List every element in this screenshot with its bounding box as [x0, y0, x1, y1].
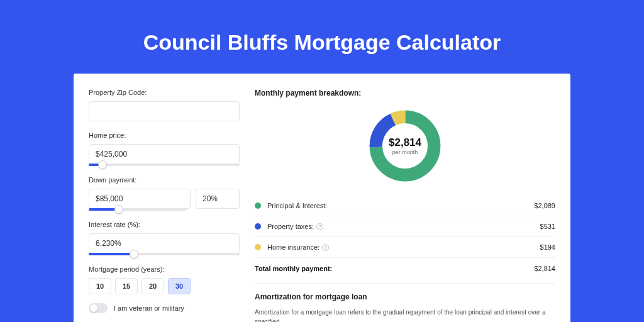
veteran-row: I am veteran or military — [89, 303, 240, 313]
zip-input[interactable] — [89, 101, 240, 121]
legend-row: Home insurance:?$194 — [255, 236, 555, 257]
slider-thumb[interactable] — [98, 160, 107, 169]
form-panel: Property Zip Code: Home price: Down paym… — [89, 89, 240, 322]
period-label: Mortgage period (years): — [89, 265, 240, 273]
home-price-field: Home price: — [89, 131, 240, 166]
down-payment-field: Down payment: — [89, 176, 240, 211]
total-value: $2,814 — [534, 265, 555, 272]
veteran-toggle[interactable] — [89, 303, 108, 313]
home-price-input[interactable] — [89, 144, 240, 164]
page-title: Council Bluffs Mortgage Calculator — [0, 0, 644, 74]
legend-dot — [255, 223, 261, 230]
legend-value: $531 — [540, 223, 555, 230]
total-row: Total monthly payment: $2,814 — [255, 257, 555, 279]
down-payment-label: Down payment: — [89, 176, 240, 184]
period-field: Mortgage period (years): 10152030 — [89, 265, 240, 294]
info-icon[interactable]: ? — [316, 223, 323, 230]
legend-label: Property taxes:? — [267, 223, 540, 230]
interest-rate-label: Interest rate (%): — [89, 221, 240, 228]
legend-label: Home insurance:? — [267, 243, 540, 251]
interest-rate-input[interactable] — [89, 233, 240, 253]
zip-field: Property Zip Code: — [89, 89, 240, 121]
down-payment-percent-input[interactable] — [196, 189, 240, 209]
amortization-text: Amortization for a mortgage loan refers … — [255, 308, 555, 322]
home-price-label: Home price: — [89, 131, 240, 139]
slider-thumb[interactable] — [130, 250, 138, 258]
legend-label: Principal & Interest: — [267, 202, 534, 209]
calculator-card: Property Zip Code: Home price: Down paym… — [74, 74, 570, 322]
home-price-slider[interactable] — [89, 164, 240, 166]
legend-value: $194 — [540, 243, 555, 251]
period-button-20[interactable]: 20 — [142, 278, 164, 294]
down-payment-slider[interactable] — [89, 208, 187, 211]
breakdown-panel: Monthly payment breakdown: $2,814 per mo… — [255, 89, 555, 322]
amortization-section: Amortization for mortgage loan Amortizat… — [255, 283, 555, 322]
legend-row: Property taxes:?$531 — [255, 216, 555, 236]
period-button-15[interactable]: 15 — [115, 278, 138, 294]
amortization-title: Amortization for mortgage loan — [255, 292, 555, 301]
legend-dot — [255, 244, 261, 250]
breakdown-title: Monthly payment breakdown: — [255, 89, 555, 97]
zip-label: Property Zip Code: — [89, 89, 240, 96]
donut-chart: $2,814 per month — [255, 105, 555, 196]
toggle-knob — [90, 304, 97, 312]
interest-rate-slider[interactable] — [89, 253, 240, 255]
donut-center-amount: $2,814 — [389, 136, 421, 149]
legend-value: $2,089 — [534, 202, 555, 209]
period-button-10[interactable]: 10 — [89, 278, 111, 294]
legend-row: Principal & Interest:$2,089 — [255, 196, 555, 216]
slider-thumb[interactable] — [114, 205, 123, 214]
period-button-30[interactable]: 30 — [168, 278, 191, 294]
legend-dot — [255, 203, 261, 209]
veteran-label: I am veteran or military — [114, 304, 184, 312]
info-icon[interactable]: ? — [322, 244, 329, 251]
donut-center-sub: per month — [389, 149, 421, 155]
total-label: Total monthly payment: — [255, 265, 534, 272]
interest-rate-field: Interest rate (%): — [89, 221, 240, 255]
down-payment-amount-input[interactable] — [89, 189, 191, 209]
